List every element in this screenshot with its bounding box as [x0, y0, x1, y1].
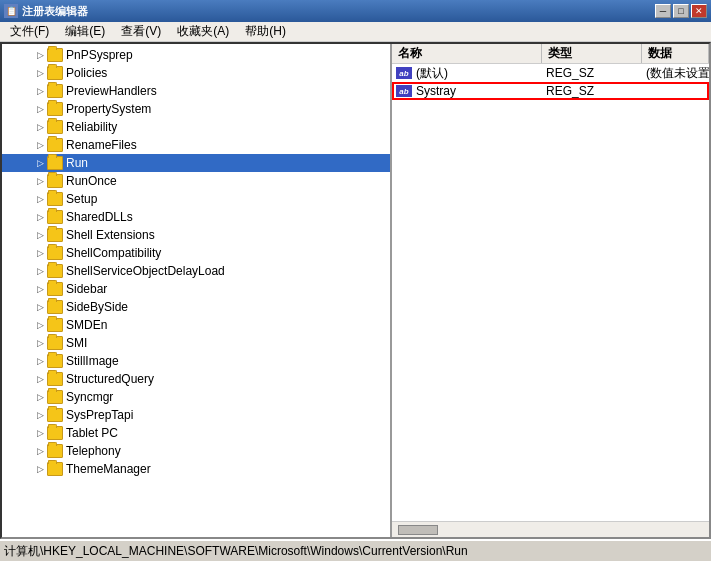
expand-arrow-icon[interactable]: ▷ — [34, 121, 46, 133]
expand-arrow-icon[interactable]: ▷ — [34, 229, 46, 241]
tree-item[interactable]: ▷Tablet PC — [2, 424, 390, 442]
status-bar: 计算机\HKEY_LOCAL_MACHINE\SOFTWARE\Microsof… — [0, 539, 711, 561]
status-text: 计算机\HKEY_LOCAL_MACHINE\SOFTWARE\Microsof… — [4, 543, 468, 560]
tree-item-label: ShellServiceObjectDelayLoad — [66, 264, 225, 278]
folder-icon — [47, 138, 63, 152]
tree-item[interactable]: ▷Policies — [2, 64, 390, 82]
tree-item[interactable]: ▷ThemeManager — [2, 460, 390, 478]
tree-item-label: RunOnce — [66, 174, 117, 188]
expand-arrow-icon[interactable]: ▷ — [34, 391, 46, 403]
tree-item-label: ShellCompatibility — [66, 246, 161, 260]
menu-view[interactable]: 查看(V) — [113, 21, 169, 42]
expand-arrow-icon[interactable]: ▷ — [34, 409, 46, 421]
tree-item[interactable]: ▷Setup — [2, 190, 390, 208]
folder-icon — [47, 192, 63, 206]
expand-arrow-icon[interactable]: ▷ — [34, 427, 46, 439]
tree-item-label: ThemeManager — [66, 462, 151, 476]
expand-arrow-icon[interactable]: ▷ — [34, 463, 46, 475]
tree-item[interactable]: ▷Sidebar — [2, 280, 390, 298]
expand-arrow-icon[interactable]: ▷ — [34, 445, 46, 457]
tree-item[interactable]: ▷Reliability — [2, 118, 390, 136]
folder-icon — [47, 264, 63, 278]
folder-icon — [47, 84, 63, 98]
tree-item-label: Sidebar — [66, 282, 107, 296]
expand-arrow-icon[interactable]: ▷ — [34, 283, 46, 295]
tree-item-label: Syncmgr — [66, 390, 113, 404]
tree-item[interactable]: ▷Run — [2, 154, 390, 172]
tree-item[interactable]: ▷ShellCompatibility — [2, 244, 390, 262]
expand-arrow-icon[interactable]: ▷ — [34, 355, 46, 367]
reg-cell-name: abSystray — [392, 84, 542, 98]
tree-item[interactable]: ▷Syncmgr — [2, 388, 390, 406]
tree-item[interactable]: ▷SysPrepTapi — [2, 406, 390, 424]
right-content[interactable]: ab(默认)REG_SZ(数值未设置)abSystrayREG_SZ — [392, 64, 709, 521]
expand-arrow-icon[interactable]: ▷ — [34, 103, 46, 115]
expand-arrow-icon[interactable]: ▷ — [34, 265, 46, 277]
title-bar: 📋 注册表编辑器 ─ □ ✕ — [0, 0, 711, 22]
tree-item-label: RenameFiles — [66, 138, 137, 152]
tree-item-label: Shell Extensions — [66, 228, 155, 242]
tree-item-label: SideBySide — [66, 300, 128, 314]
close-button[interactable]: ✕ — [691, 4, 707, 18]
folder-icon — [47, 66, 63, 80]
tree-item-label: SharedDLLs — [66, 210, 133, 224]
expand-arrow-icon[interactable]: ▷ — [34, 247, 46, 259]
registry-row[interactable]: ab(默认)REG_SZ(数值未设置) — [392, 64, 709, 82]
folder-icon — [47, 336, 63, 350]
tree-item[interactable]: ▷StructuredQuery — [2, 370, 390, 388]
tree-item[interactable]: ▷RunOnce — [2, 172, 390, 190]
folder-icon — [47, 246, 63, 260]
expand-arrow-icon[interactable]: ▷ — [34, 319, 46, 331]
folder-icon — [47, 318, 63, 332]
tree-item-label: SysPrepTapi — [66, 408, 133, 422]
tree-item-label: Run — [66, 156, 88, 170]
menu-edit[interactable]: 编辑(E) — [57, 21, 113, 42]
tree-item-label: StillImage — [66, 354, 119, 368]
tree-item[interactable]: ▷SharedDLLs — [2, 208, 390, 226]
expand-arrow-icon[interactable]: ▷ — [34, 85, 46, 97]
minimize-button[interactable]: ─ — [655, 4, 671, 18]
expand-arrow-icon[interactable]: ▷ — [34, 157, 46, 169]
tree-item-label: Policies — [66, 66, 107, 80]
header-type: 类型 — [542, 44, 642, 63]
folder-icon — [47, 48, 63, 62]
expand-arrow-icon[interactable]: ▷ — [34, 67, 46, 79]
folder-icon — [47, 462, 63, 476]
tree-pane[interactable]: ▷PnPSysprep▷Policies▷PreviewHandlers▷Pro… — [2, 44, 392, 537]
tree-item[interactable]: ▷SideBySide — [2, 298, 390, 316]
maximize-button[interactable]: □ — [673, 4, 689, 18]
menu-favorites[interactable]: 收藏夹(A) — [169, 21, 237, 42]
folder-icon — [47, 408, 63, 422]
menu-help[interactable]: 帮助(H) — [237, 21, 294, 42]
expand-arrow-icon[interactable]: ▷ — [34, 175, 46, 187]
tree-item[interactable]: ▷Shell Extensions — [2, 226, 390, 244]
registry-row[interactable]: abSystrayREG_SZ — [392, 82, 709, 100]
menu-bar: 文件(F) 编辑(E) 查看(V) 收藏夹(A) 帮助(H) — [0, 22, 711, 42]
tree-item[interactable]: ▷StillImage — [2, 352, 390, 370]
horizontal-scrollbar[interactable] — [392, 521, 709, 537]
expand-arrow-icon[interactable]: ▷ — [34, 193, 46, 205]
folder-icon — [47, 120, 63, 134]
tree-item-label: Reliability — [66, 120, 117, 134]
folder-icon — [47, 444, 63, 458]
expand-arrow-icon[interactable]: ▷ — [34, 301, 46, 313]
tree-item[interactable]: ▷SMDEn — [2, 316, 390, 334]
menu-file[interactable]: 文件(F) — [2, 21, 57, 42]
tree-item[interactable]: ▷RenameFiles — [2, 136, 390, 154]
tree-item-label: Telephony — [66, 444, 121, 458]
expand-arrow-icon[interactable]: ▷ — [34, 139, 46, 151]
tree-item-label: SMDEn — [66, 318, 107, 332]
expand-arrow-icon[interactable]: ▷ — [34, 211, 46, 223]
tree-item[interactable]: ▷PropertySystem — [2, 100, 390, 118]
tree-item[interactable]: ▷ShellServiceObjectDelayLoad — [2, 262, 390, 280]
expand-arrow-icon[interactable]: ▷ — [34, 337, 46, 349]
tree-item[interactable]: ▷PreviewHandlers — [2, 82, 390, 100]
tree-item-label: PreviewHandlers — [66, 84, 157, 98]
tree-item[interactable]: ▷PnPSysprep — [2, 46, 390, 64]
expand-arrow-icon[interactable]: ▷ — [34, 49, 46, 61]
tree-item[interactable]: ▷SMI — [2, 334, 390, 352]
expand-arrow-icon[interactable]: ▷ — [34, 373, 46, 385]
folder-icon — [47, 102, 63, 116]
tree-item[interactable]: ▷Telephony — [2, 442, 390, 460]
title-bar-text: 注册表编辑器 — [22, 4, 655, 19]
